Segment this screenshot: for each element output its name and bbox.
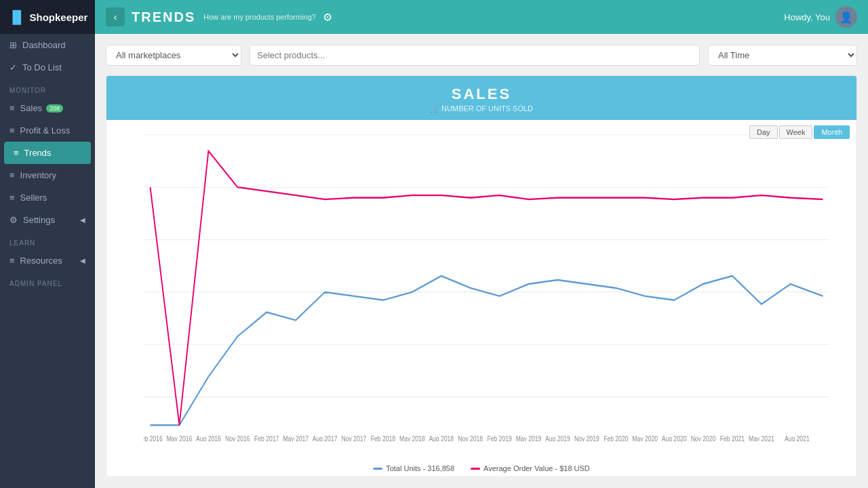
sidebar-item-label: Settings: [23, 215, 55, 225]
svg-text:Aug 2019: Aug 2019: [545, 434, 570, 441]
user-greeting: Howdy, You: [784, 12, 830, 22]
avatar: 👤: [835, 6, 857, 28]
sidebar-item-sellers[interactable]: ≡ Sellers: [0, 186, 95, 209]
day-button[interactable]: Day: [749, 125, 778, 139]
svg-text:May 2016: May 2016: [167, 434, 193, 441]
chart-subtitle: 🛒 NUMBER OF UNITS SOLD: [106, 104, 856, 113]
chart-legend: Total Units - 316,858 Average Order Valu…: [106, 462, 856, 476]
sidebar-item-todo[interactable]: ✓ To Do List: [0, 56, 95, 79]
dashboard-icon: ⊞: [9, 40, 17, 50]
trends-icon: ≡: [14, 148, 19, 158]
user-area: Howdy, You 👤: [784, 6, 857, 28]
svg-text:Nov 2019: Nov 2019: [574, 434, 599, 441]
section-learn-label: LEARN: [0, 231, 95, 249]
sidebar-item-dashboard[interactable]: ⊞ Dashboard: [0, 34, 95, 56]
sidebar-item-label: Trends: [24, 148, 52, 158]
chart-subtitle-text: NUMBER OF UNITS SOLD: [441, 104, 533, 113]
sidebar-item-sales[interactable]: ≡ Sales 208: [0, 97, 95, 119]
sidebar-item-inventory[interactable]: ≡ Inventory: [0, 164, 95, 186]
sidebar-item-resources[interactable]: ≡ Resources ◀: [0, 249, 95, 272]
sidebar-item-settings[interactable]: ⚙ Settings ◀: [0, 209, 95, 231]
chart-body: Day Week Month: [106, 120, 856, 462]
svg-text:Aug 2018: Aug 2018: [429, 434, 454, 441]
sales-badge: 208: [46, 104, 63, 113]
svg-text:May 2021: May 2021: [749, 434, 774, 441]
marketplace-select[interactable]: All marketplaces: [106, 45, 241, 66]
section-admin-label: ADMIN PANEL: [0, 272, 95, 290]
legend-units-dot: [373, 468, 382, 470]
chart-card: SALES 🛒 NUMBER OF UNITS SOLD Day Week Mo…: [106, 75, 857, 477]
svg-text:Feb 2018: Feb 2018: [371, 434, 395, 441]
logo-text: Shopkeeper: [30, 12, 88, 23]
back-button[interactable]: ‹: [106, 7, 125, 26]
sales-icon: ≡: [9, 103, 15, 113]
chart-header: SALES 🛒 NUMBER OF UNITS SOLD: [106, 76, 856, 120]
sidebar-item-label: Profit & Loss: [20, 125, 71, 136]
sidebar-item-label: Inventory: [20, 170, 56, 180]
week-button[interactable]: Week: [779, 125, 813, 139]
settings-icon: ⚙: [9, 215, 18, 225]
svg-text:Feb 2017: Feb 2017: [254, 434, 279, 441]
legend-avg-dot: [471, 468, 480, 470]
logo-icon: ▐▌: [8, 10, 26, 24]
legend-avg: Average Order Value - $18 USD: [471, 464, 590, 472]
svg-text:Aug 2020: Aug 2020: [662, 434, 687, 441]
resources-icon: ≡: [9, 256, 15, 266]
main-area: ‹ TRENDS How are my products performing?…: [95, 0, 868, 488]
content-area: All marketplaces All Time Last 30 Days L…: [95, 34, 868, 488]
inventory-icon: ≡: [9, 170, 15, 180]
sidebar-item-label: Sales: [20, 103, 43, 113]
svg-text:Nov 2018: Nov 2018: [458, 434, 483, 441]
resources-arrow: ◀: [80, 257, 85, 264]
sidebar: ▐▌ Shopkeeper ⊞ Dashboard ✓ To Do List M…: [0, 0, 95, 488]
page-title: TRENDS: [132, 9, 195, 25]
svg-text:May 2017: May 2017: [283, 434, 309, 441]
sidebar-item-label: Dashboard: [22, 40, 66, 50]
page-subtitle: How are my products performing?: [203, 13, 316, 21]
todo-icon: ✓: [9, 62, 17, 73]
sellers-icon: ≡: [9, 192, 15, 203]
svg-text:May 2018: May 2018: [399, 434, 425, 441]
logo-area: ▐▌ Shopkeeper: [0, 0, 95, 34]
svg-text:Feb 2016: Feb 2016: [144, 434, 163, 441]
chart-subtitle-icon: 🛒: [430, 104, 439, 113]
settings-arrow: ◀: [80, 216, 85, 224]
svg-text:Aug 2021: Aug 2021: [785, 434, 810, 441]
section-monitor-label: MONITOR: [0, 79, 95, 97]
sidebar-item-label: Sellers: [20, 192, 47, 203]
time-buttons: Day Week Month: [749, 125, 850, 139]
legend-units: Total Units - 316,858: [373, 464, 454, 472]
svg-text:Nov 2017: Nov 2017: [342, 434, 367, 441]
svg-text:Nov 2020: Nov 2020: [691, 434, 716, 441]
svg-text:May 2019: May 2019: [516, 434, 542, 441]
legend-units-label: Total Units - 316,858: [386, 464, 454, 472]
chart-svg: 12000 10000 8000 6000 4000 2000 0 $25 $2…: [144, 127, 829, 441]
settings-button[interactable]: ⚙: [323, 11, 332, 24]
topbar: ‹ TRENDS How are my products performing?…: [95, 0, 868, 34]
svg-text:Feb 2019: Feb 2019: [487, 434, 511, 441]
legend-avg-label: Average Order Value - $18 USD: [484, 464, 590, 472]
month-button[interactable]: Month: [814, 125, 850, 139]
svg-text:May 2020: May 2020: [632, 434, 658, 441]
svg-text:Aug 2016: Aug 2016: [196, 434, 221, 441]
products-input[interactable]: [250, 45, 700, 66]
sidebar-item-label: To Do List: [22, 62, 62, 73]
sidebar-item-profit[interactable]: ≡ Profit & Loss: [0, 119, 95, 142]
sidebar-item-label: Resources: [20, 256, 62, 266]
sidebar-item-trends[interactable]: ≡ Trends: [4, 142, 91, 164]
chart-title: SALES: [106, 85, 856, 103]
svg-text:Aug 2017: Aug 2017: [313, 434, 338, 441]
profit-icon: ≡: [9, 125, 15, 136]
svg-text:Feb 2021: Feb 2021: [720, 434, 745, 441]
svg-text:Feb 2020: Feb 2020: [604, 434, 629, 441]
filter-bar: All marketplaces All Time Last 30 Days L…: [106, 45, 857, 66]
time-select[interactable]: All Time Last 30 Days Last 90 Days Last …: [708, 45, 857, 66]
svg-text:Nov 2016: Nov 2016: [225, 434, 250, 441]
